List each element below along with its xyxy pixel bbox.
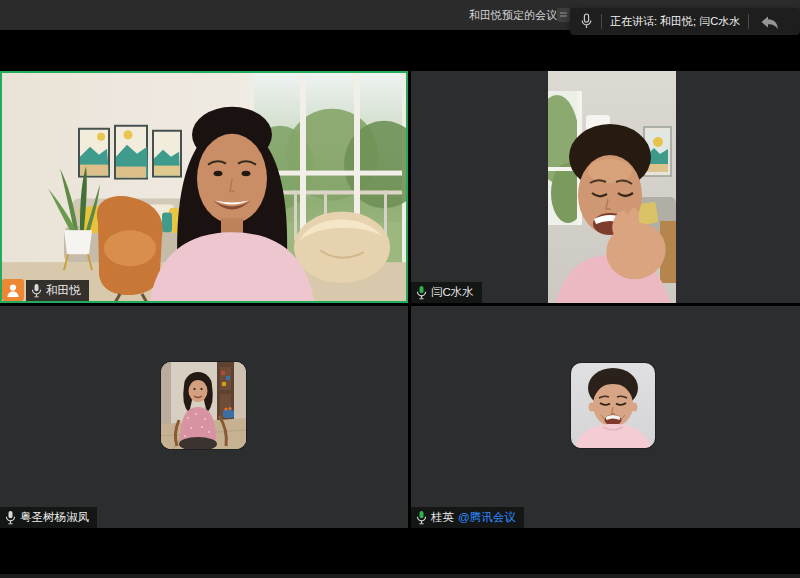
speaking-indicator-panel: 正在讲话: 和田悦; 闫C水水... (570, 8, 800, 35)
participant-name: 和田悦 (46, 283, 81, 298)
reply-arrow-icon[interactable] (759, 14, 779, 30)
panel-divider (748, 14, 749, 29)
avatar-photo (571, 363, 655, 448)
mic-icon (5, 510, 16, 525)
video-tile-participant-4[interactable]: 桂英 @腾讯会议 (411, 306, 800, 528)
meeting-info-icon[interactable] (557, 8, 570, 22)
nameplate: 和田悦 (2, 279, 89, 301)
window-bottom-edge (0, 574, 800, 578)
participant-name: 闫C水水 (431, 285, 474, 300)
nameplate: 桂英 @腾讯会议 (411, 507, 524, 528)
video-frame-living-room (2, 73, 406, 301)
microphone-icon[interactable] (580, 13, 593, 30)
video-tile-participant-3[interactable]: 粤圣树杨淑凤 (0, 306, 408, 528)
participant-name-suffix[interactable]: @腾讯会议 (458, 510, 516, 525)
speaking-now-text: 正在讲话: 和田悦; 闫C水水... (610, 14, 740, 29)
participant-name: 粤圣树杨淑凤 (20, 510, 89, 525)
avatar-photo (161, 362, 246, 449)
mic-icon (31, 283, 42, 298)
panel-divider (601, 14, 602, 29)
video-frame-portrait (548, 71, 676, 303)
meeting-title: 和田悦预定的会议 (469, 0, 557, 30)
video-tile-participant-2[interactable]: 闫C水水 (411, 71, 800, 303)
mic-active-icon (416, 285, 427, 300)
nameplate: 闫C水水 (411, 282, 482, 303)
participant-name: 桂英 (431, 510, 454, 525)
mic-active-icon (416, 510, 427, 525)
host-avatar-badge (2, 279, 24, 301)
video-tile-participant-1[interactable]: 和田悦 (0, 71, 408, 303)
nameplate: 粤圣树杨淑凤 (0, 507, 97, 528)
